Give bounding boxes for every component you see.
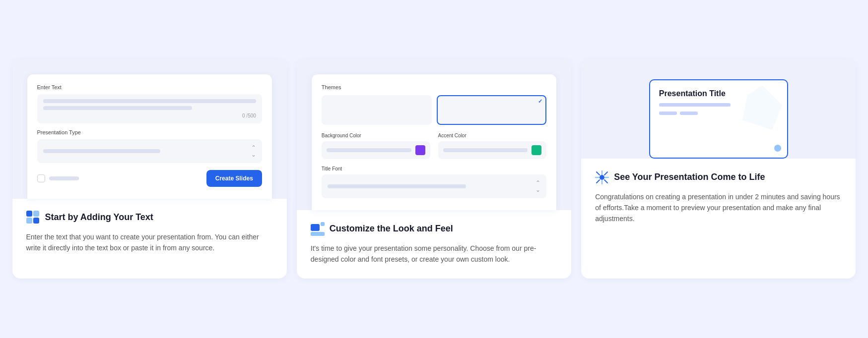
svg-rect-4 (311, 224, 320, 231)
slide-tag-1 (659, 112, 677, 115)
slide-dot (774, 145, 781, 152)
font-chevron-icon: ⌃⌄ (535, 179, 540, 193)
bg-color-dot[interactable] (415, 145, 425, 155)
theme-swatch-1[interactable] (322, 95, 432, 125)
select-inner (43, 149, 160, 153)
svg-rect-5 (321, 222, 325, 226)
card-2-description: It's time to give your presentation some… (311, 243, 557, 265)
accent-color-line (443, 148, 528, 152)
card-3-preview: Presentation Title (581, 59, 856, 159)
bg-color-line (327, 148, 411, 152)
customize-icon (311, 222, 325, 236)
svg-rect-6 (311, 232, 325, 236)
text-input-mockup: 0 /500 (37, 94, 262, 123)
theme-swatch-2-selected[interactable] (437, 95, 547, 125)
card-1-content: Start by Adding Your Text Enter the text… (12, 199, 287, 268)
card-3-description: Congratulations on creating a presentati… (595, 191, 842, 225)
bottom-row: Create Slides (37, 170, 262, 187)
slide-line-1 (659, 103, 731, 107)
accent-color-input (438, 141, 547, 159)
slide-decoration-svg (742, 85, 782, 130)
slide-tag-2 (680, 112, 698, 115)
presentation-type-label: Presentation Type (37, 129, 262, 135)
form-mockup: Enter Text 0 /500 Presentation Type ⌃⌄ (27, 74, 272, 199)
card-2-content: Customize the Look and Feel It's time to… (297, 210, 571, 279)
type-select-mockup: ⌃⌄ (37, 139, 262, 163)
svg-rect-1 (33, 211, 39, 217)
card-1-title: Start by Adding Your Text (45, 212, 153, 223)
checkbox-row (37, 174, 79, 182)
card-preview-presentation: Presentation Title (581, 59, 856, 279)
card-2-preview: Themes Background Color Accent Color (297, 59, 571, 210)
color-row: Background Color Accent Color (322, 133, 546, 159)
slide-mockup: Presentation Title (649, 79, 788, 159)
title-font-label: Title Font (322, 166, 546, 171)
create-slides-button[interactable]: Create Slides (206, 170, 262, 187)
card-1-description: Enter the text that you want to create y… (26, 231, 273, 254)
svg-point-8 (600, 175, 604, 180)
card-2-title: Customize the Look and Feel (330, 224, 453, 234)
cards-container: Enter Text 0 /500 Presentation Type ⌃⌄ (12, 59, 856, 279)
card-3-heading: See Your Presentation Come to Life (595, 170, 842, 184)
sparkle-icon (595, 170, 609, 184)
chevron-icon: ⌃⌄ (251, 144, 256, 158)
accent-color-label: Accent Color (438, 133, 547, 138)
checkbox-label-line (49, 176, 79, 180)
input-line-1 (43, 99, 256, 103)
themes-grid (322, 95, 546, 125)
svg-line-13 (597, 172, 600, 175)
themes-label: Themes (322, 84, 546, 90)
checkbox-mockup (37, 174, 45, 182)
svg-line-15 (604, 172, 607, 175)
bg-color-label: Background Color (322, 133, 430, 138)
accent-color-group: Accent Color (438, 133, 547, 159)
char-count: 0 /500 (43, 113, 256, 118)
input-line-2 (43, 106, 193, 110)
enter-text-label: Enter Text (37, 84, 262, 90)
card-1-preview: Enter Text 0 /500 Presentation Type ⌃⌄ (12, 59, 287, 199)
font-select-mockup: ⌃⌄ (322, 174, 546, 198)
card-1-heading: Start by Adding Your Text (26, 211, 273, 225)
svg-rect-2 (26, 218, 32, 224)
svg-rect-3 (33, 218, 39, 224)
svg-line-16 (597, 180, 600, 183)
add-text-icon (26, 211, 40, 225)
font-select-inner (328, 184, 466, 188)
card-customize: Themes Background Color Accent Color (297, 59, 571, 279)
svg-marker-7 (742, 85, 782, 130)
svg-rect-0 (26, 211, 32, 217)
card-add-text: Enter Text 0 /500 Presentation Type ⌃⌄ (12, 59, 287, 279)
card-3-title: See Your Presentation Come to Life (614, 172, 765, 182)
svg-line-14 (604, 180, 607, 183)
card-2-heading: Customize the Look and Feel (311, 222, 557, 236)
card-3-content: See Your Presentation Come to Life Congr… (581, 159, 856, 238)
bg-color-input (322, 141, 430, 159)
themes-mockup: Themes Background Color Accent Color (312, 74, 556, 210)
accent-color-dot[interactable] (532, 145, 541, 155)
bg-color-group: Background Color (322, 133, 430, 159)
